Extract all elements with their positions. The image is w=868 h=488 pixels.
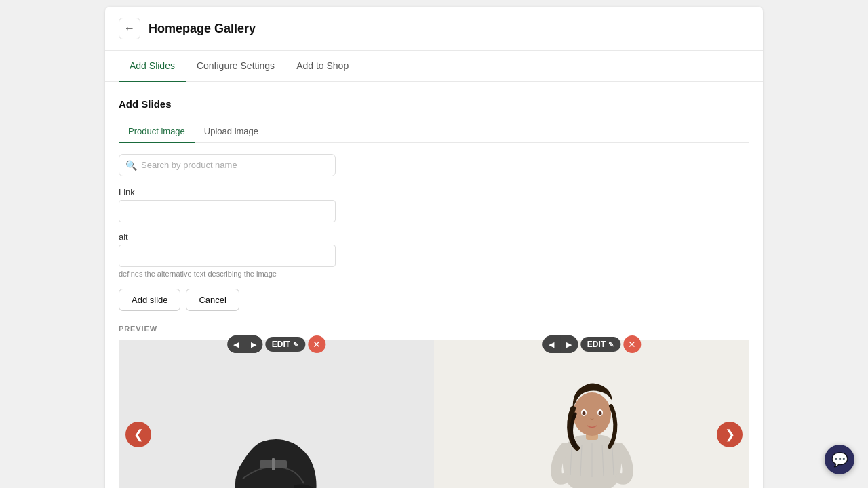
tab-upload-image[interactable]: Upload image (195, 121, 268, 143)
chat-button[interactable]: 💬 (825, 445, 854, 474)
preview-section: PREVIEW ◀ ▶ EDIT ✎ ✕ (119, 325, 749, 488)
slide-2-next-button[interactable]: ▶ (560, 336, 578, 353)
edit-icon-2: ✎ (608, 341, 614, 348)
link-group: Link (119, 187, 749, 222)
svg-point-18 (598, 411, 601, 415)
slide-2-nav: ◀ ▶ (542, 336, 578, 353)
slide-1-nav: ◀ ▶ (227, 336, 262, 353)
slide-2-prev-button[interactable]: ◀ (542, 336, 560, 353)
top-tabs: Add Slides Configure Settings Add to Sho… (105, 51, 763, 82)
alt-hint: defines the alternative text describing … (119, 270, 749, 278)
inner-tabs: Product image Upload image (119, 121, 749, 143)
alt-input[interactable] (119, 245, 336, 267)
svg-rect-3 (272, 458, 275, 470)
add-slide-button[interactable]: Add slide (119, 289, 180, 311)
edit-label-2: EDIT (587, 340, 606, 349)
slide-1-controls: ◀ ▶ EDIT ✎ ✕ (227, 336, 326, 353)
shoe-svg (216, 380, 338, 488)
form-buttons: Add slide Cancel (119, 289, 749, 311)
cancel-button[interactable]: Cancel (186, 289, 239, 311)
person-svg (524, 360, 660, 488)
carousel-next-button[interactable]: ❯ (717, 422, 743, 447)
slide-2-image (434, 340, 749, 488)
link-input[interactable] (119, 200, 336, 222)
link-label: Link (119, 187, 749, 197)
slide-1-next-button[interactable]: ▶ (245, 336, 262, 353)
alt-label: alt (119, 232, 749, 242)
slide-2-controls: ◀ ▶ EDIT ✎ ✕ (542, 336, 641, 353)
search-wrapper: 🔍 (119, 154, 336, 176)
search-icon: 🔍 (125, 160, 137, 171)
slide-1-wrapper: ◀ ▶ EDIT ✎ ✕ (119, 340, 434, 488)
slide-1-delete-button[interactable]: ✕ (308, 336, 326, 353)
edit-label-1: EDIT (272, 340, 290, 349)
slide-1-image (119, 340, 434, 488)
tab-product-image[interactable]: Product image (119, 121, 195, 143)
tab-configure-settings[interactable]: Configure Settings (186, 51, 285, 82)
slide-2-delete-button[interactable]: ✕ (623, 336, 641, 353)
tab-add-slides[interactable]: Add Slides (119, 51, 186, 82)
slide-1-edit-button[interactable]: EDIT ✎ (265, 337, 305, 352)
svg-point-17 (582, 411, 585, 415)
tab-add-to-shop[interactable]: Add to Shop (285, 51, 359, 82)
preview-label: PREVIEW (119, 325, 749, 333)
preview-area: ◀ ▶ EDIT ✎ ✕ (119, 340, 749, 488)
page-title: Homepage Gallery (149, 22, 256, 36)
page-header: ← Homepage Gallery (105, 7, 763, 51)
carousel-prev-button[interactable]: ❮ (125, 422, 151, 447)
slide-2-wrapper: ◀ ▶ EDIT ✎ ✕ (434, 340, 749, 488)
content-area: Add Slides Product image Upload image 🔍 … (105, 82, 763, 488)
slide-2-edit-button[interactable]: EDIT ✎ (580, 337, 620, 352)
alt-group: alt defines the alternative text describ… (119, 232, 749, 278)
edit-icon-1: ✎ (293, 341, 298, 348)
search-input[interactable] (119, 154, 336, 176)
chat-icon: 💬 (831, 451, 848, 468)
back-button[interactable]: ← (119, 18, 140, 39)
slide-1-prev-button[interactable]: ◀ (227, 336, 245, 353)
section-title: Add Slides (119, 98, 749, 110)
svg-point-14 (573, 392, 611, 436)
